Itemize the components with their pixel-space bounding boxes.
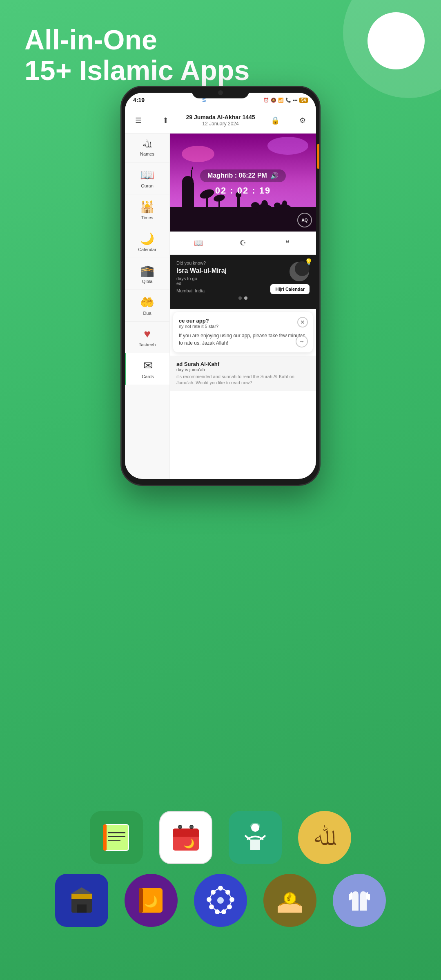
qibla-icon: 🕋 (140, 264, 154, 277)
header-line1: All-in-One (24, 24, 249, 55)
dua-label: Dua (143, 311, 151, 316)
dark-card: 💡 Did you know? Isra Wal-ul-Miraj days t… (170, 255, 316, 309)
content-icons-row: 📖 ☪ ❝ (170, 232, 316, 255)
calendar-app-icon[interactable]: 🌙 (159, 811, 212, 864)
svg-rect-26 (104, 824, 129, 851)
signal-icon: ▪▪▪ (293, 98, 298, 102)
svg-text:🌙: 🌙 (144, 895, 158, 908)
call-icon: 📞 (285, 98, 291, 103)
allah-app-icon[interactable]: ﷲ (298, 811, 351, 864)
app-header: ☰ ⬆ 29 Jumada Al-Akhar 1445 12 January 2… (125, 107, 316, 134)
share-button[interactable]: ⬆ (159, 114, 173, 127)
sidebar-item-quran[interactable]: 📖 Quran (125, 163, 169, 194)
tasbeeh-app-icon[interactable] (194, 874, 247, 927)
cards-icon: ✉ (143, 359, 153, 372)
svg-rect-33 (173, 833, 199, 837)
qibla-label: Qibla (142, 279, 153, 284)
sidebar-item-times[interactable]: 🕌 Times (125, 194, 169, 226)
phone-notch (192, 87, 249, 98)
cards-notif-subtitle: day is jumu'ah (176, 367, 310, 372)
popup-close-button[interactable]: ✕ (297, 317, 308, 327)
names-label: Names (140, 151, 154, 156)
svg-rect-37 (190, 826, 193, 828)
calendar-label: Calendar (138, 247, 156, 252)
alarm-icon: ⏰ (263, 98, 269, 103)
rating-popup: ✕ ce our app? ny not rate it 5 star? If … (173, 312, 313, 352)
calendar-icon: 🌙 (140, 232, 154, 245)
sidebar-item-qibla[interactable]: 🕋 Qibla (125, 258, 169, 290)
sidebar-item-cards[interactable]: ✉ Cards (125, 353, 169, 385)
svg-rect-63 (349, 894, 351, 900)
sidebar-item-dua[interactable]: 🤲 Dua (125, 290, 169, 322)
times-label: Times (141, 215, 154, 220)
prayer-hands-app-icon[interactable] (333, 874, 386, 927)
book-app-icon[interactable]: 🌙 (125, 874, 178, 927)
prayer-name: Maghrib : 06:22 PM 🔊 (200, 169, 286, 182)
status-time: 4:19 (133, 97, 145, 103)
sidebar-item-calendar[interactable]: 🌙 Calendar (125, 226, 169, 258)
prayer-overlay: Maghrib : 06:22 PM 🔊 02 : 02 : 19 (170, 134, 316, 232)
popup-next-button[interactable]: → (296, 335, 308, 347)
tasbeeh-icon: ♥ (144, 327, 151, 341)
quran-label: Quran (141, 183, 154, 188)
quran-icon: 📖 (140, 168, 154, 182)
dot-2 (244, 296, 247, 300)
svg-rect-65 (368, 894, 370, 900)
dua-icon: 🤲 (140, 296, 154, 309)
moon-icon-area (289, 261, 310, 282)
status-icons: ⏰ 🔕 📶 📞 ▪▪▪ 54 (263, 98, 308, 103)
apps-section: 🌙 ﷲ (0, 811, 441, 927)
tasbeeh-label: Tasbeeh (139, 342, 156, 347)
apps-row-1: 🌙 ﷲ (90, 811, 351, 864)
cards-label: Cards (142, 374, 154, 379)
phone-mockup: 4:19 S ⏰ 🔕 📶 📞 ▪▪▪ 54 ☰ ⬆ 29 Jumada Al-A… (120, 86, 321, 486)
mute-icon: 🔕 (271, 98, 276, 103)
sidebar: ﷲ Names 📖 Quran 🕌 Times 🌙 Calendar 🕋 (125, 134, 170, 479)
svg-rect-42 (71, 894, 92, 899)
svg-rect-43 (77, 904, 87, 913)
slider-dots (176, 293, 310, 303)
svg-point-58 (217, 897, 224, 904)
popup-subtitle: ny not rate it 5 star? (179, 324, 307, 329)
svg-marker-44 (70, 887, 93, 894)
quran-app-icon[interactable] (90, 811, 143, 864)
cards-notif-title: ad Surah Al-Kahf (176, 361, 310, 367)
main-area: ﷲ Names 📖 Quran 🕌 Times 🌙 Calendar 🕋 (125, 134, 316, 479)
header-area: All-in-One 15+ Islamic Apps (24, 24, 249, 86)
app-header-title: 29 Jumada Al-Akhar 1445 12 January 2024 (186, 114, 255, 127)
phone-screen: 4:19 S ⏰ 🔕 📶 📞 ▪▪▪ 54 ☰ ⬆ 29 Jumada Al-A… (125, 93, 316, 479)
popup-title: ce our app? (179, 318, 307, 324)
front-camera (218, 90, 223, 95)
aq-badge[interactable]: AQ (297, 213, 312, 227)
hijri-calendar-button[interactable]: Hijri Calendar (270, 284, 310, 294)
content-area: Maghrib : 06:22 PM 🔊 02 : 02 : 19 AQ 📖 ☪… (170, 134, 316, 479)
settings-button[interactable]: ⚙ (296, 114, 310, 127)
popup-body: If you are enjoying using our app, pleas… (179, 332, 307, 347)
prayer-app-icon[interactable] (229, 811, 282, 864)
svg-rect-27 (103, 824, 107, 851)
prophet-tab-icon[interactable]: ☪ (236, 236, 250, 250)
kaaba-app-icon[interactable] (55, 874, 108, 927)
svg-text:🌙: 🌙 (183, 838, 195, 849)
times-icon: 🕌 (140, 200, 154, 214)
orange-accent-bar (317, 144, 319, 169)
sadaqah-app-icon[interactable]: $ (263, 874, 316, 927)
battery-indicator: 54 (299, 98, 308, 103)
names-icon: ﷲ (143, 139, 152, 150)
svg-point-40 (250, 823, 260, 829)
lock-button[interactable]: 🔒 (268, 114, 282, 127)
dot-1 (238, 296, 242, 300)
quran-tab-icon[interactable]: 📖 (191, 236, 206, 250)
sidebar-item-names[interactable]: ﷲ Names (125, 134, 169, 163)
sidebar-item-tasbeeh[interactable]: ♥ Tasbeeh (125, 322, 169, 353)
wifi-icon: 📶 (278, 98, 284, 103)
svg-rect-47 (139, 888, 143, 913)
prayer-countdown: 02 : 02 : 19 (215, 185, 271, 196)
apps-row-2: 🌙 (55, 874, 386, 927)
svg-point-25 (295, 261, 310, 276)
quotes-tab-icon[interactable]: ❝ (280, 236, 295, 250)
menu-button[interactable]: ☰ (131, 114, 145, 127)
sound-icon[interactable]: 🔊 (270, 172, 278, 180)
cards-notification: ad Surah Al-Kahf day is jumu'ah it's rec… (170, 356, 316, 391)
prayer-banner: Maghrib : 06:22 PM 🔊 02 : 02 : 19 AQ (170, 134, 316, 232)
